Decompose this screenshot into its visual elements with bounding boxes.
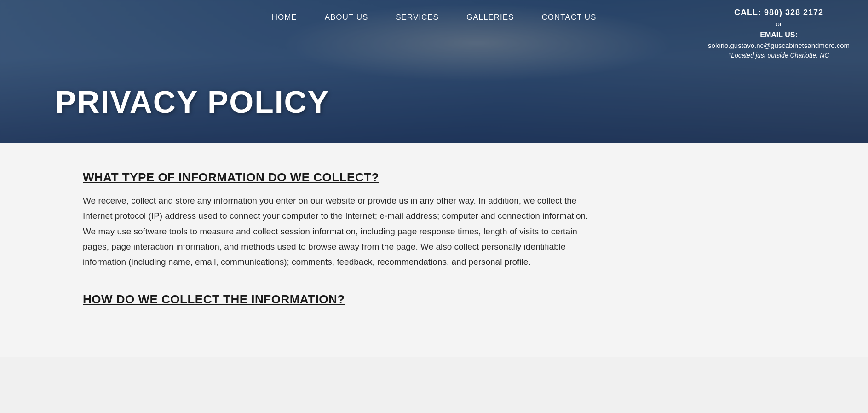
hero-section: HOME ABOUT US SERVICES GALLERIES CONTACT…	[0, 0, 868, 143]
section-text-what-type: We receive, collect and store any inform…	[83, 193, 589, 269]
navigation: HOME ABOUT US SERVICES GALLERIES CONTACT…	[0, 0, 868, 8]
location-note: *Located just outside Charlotte, NC	[708, 51, 850, 60]
email-address: solorio.gustavo.nc@guscabinetsandmore.co…	[708, 41, 850, 51]
or-separator: or	[708, 19, 850, 29]
page-title: PRIVACY POLICY	[55, 84, 329, 120]
nav-home[interactable]: HOME	[272, 13, 297, 22]
section-title-how-collect: HOW DO WE COLLECT THE INFORMATION?	[83, 292, 776, 307]
contact-info-block: CALL: 980) 328 2172 or EMAIL US: solorio…	[708, 6, 850, 60]
phone-number: CALL: 980) 328 2172	[708, 6, 850, 19]
section-title-what-type: WHAT TYPE OF INFORMATION DO WE COLLECT?	[83, 170, 776, 185]
nav-about[interactable]: ABOUT US	[325, 13, 368, 22]
content-section: WHAT TYPE OF INFORMATION DO WE COLLECT? …	[0, 143, 868, 357]
nav-services[interactable]: SERVICES	[396, 13, 439, 22]
section-what-type: WHAT TYPE OF INFORMATION DO WE COLLECT? …	[83, 170, 776, 269]
section-how-collect: HOW DO WE COLLECT THE INFORMATION?	[83, 292, 776, 307]
nav-contact[interactable]: CONTACT US	[541, 13, 596, 22]
nav-links: HOME ABOUT US SERVICES GALLERIES CONTACT…	[272, 8, 597, 26]
nav-galleries[interactable]: GALLERIES	[466, 13, 514, 22]
email-label: EMAIL US:	[708, 29, 850, 41]
